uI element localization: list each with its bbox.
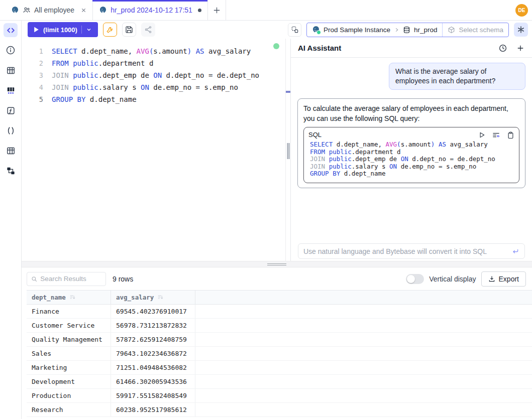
insert-lines-icon	[492, 131, 500, 139]
export-label: Export	[499, 275, 519, 283]
column-label: avg_salary	[116, 294, 154, 301]
avatar[interactable]: DE	[515, 4, 528, 17]
sidebar-item-table-data[interactable]	[4, 83, 18, 97]
table-row[interactable]: Sales79643.102234636872	[27, 347, 532, 361]
vertical-display-label: Vertical display	[429, 275, 476, 283]
new-conversation-button[interactable]	[516, 44, 525, 53]
table-cell[interactable]: 57872.625912408759	[111, 333, 195, 346]
table-cell[interactable]: Development	[27, 375, 111, 388]
horizontal-splitter[interactable]	[22, 261, 532, 267]
ai-assistant-button[interactable]	[514, 23, 528, 37]
ai-assistant-header: AI Assistant	[291, 39, 532, 58]
table-cell[interactable]: Customer Service	[27, 319, 111, 332]
table-cell-empty	[195, 347, 532, 360]
table-row[interactable]: Marketing71251.049484536082	[27, 361, 532, 375]
submit-prompt-button[interactable]	[511, 247, 519, 255]
splitter-tick	[286, 91, 290, 93]
new-tab-button[interactable]	[208, 0, 226, 20]
table-icon	[6, 66, 16, 75]
export-button[interactable]: Export	[481, 271, 526, 287]
search-results-input[interactable]	[40, 275, 101, 283]
database-icon	[403, 26, 410, 34]
connection-selector: Prod Sample Instance hr_prod Select sche…	[306, 23, 509, 37]
info-icon	[6, 45, 16, 55]
table-cell-empty	[195, 319, 532, 332]
sidebar-item-procedures[interactable]	[4, 123, 18, 137]
table-cell[interactable]: Research	[27, 403, 111, 416]
copy-code-button[interactable]	[507, 131, 514, 139]
table-cell[interactable]: 71251.049484536082	[111, 361, 195, 374]
save-icon	[125, 26, 133, 34]
table-row[interactable]: Development61466.302005943536	[27, 375, 532, 389]
ai-assistant-panel: AI Assistant What is the average salary …	[291, 39, 532, 261]
table-row[interactable]: Finance69545.402376910017	[27, 305, 532, 319]
table-cell[interactable]: Sales	[27, 347, 111, 360]
run-code-button[interactable]	[478, 131, 485, 138]
ai-response-bubble: To calculate the average salary of emplo…	[297, 98, 525, 188]
sql-editor[interactable]: 1SELECT d.dept_name, AVG(s.amount) AS av…	[22, 39, 285, 261]
sidebar-item-functions[interactable]	[4, 103, 18, 117]
table-row[interactable]: Research60238.952517985612	[27, 403, 532, 417]
play-outline-icon	[478, 131, 485, 138]
clipboard-icon	[507, 131, 514, 139]
shared-sheet-icon	[23, 6, 31, 14]
unsaved-dot-icon	[198, 9, 201, 12]
table-cell[interactable]: 61466.302005943536	[111, 375, 195, 388]
run-query-button[interactable]: (limit 1000)	[28, 22, 98, 37]
overlap-squares-icon	[291, 26, 299, 34]
history-button[interactable]	[498, 44, 507, 53]
table-cell[interactable]: Production	[27, 389, 111, 402]
ai-code-content[interactable]: SELECT d.dept_name, AVG(s.amount) AS avg…	[308, 141, 514, 178]
schema-selector[interactable]: Select schema	[443, 23, 508, 37]
editor-toolbar: (limit 1000) Prod Sample Instance hr_pro…	[22, 21, 532, 39]
table-cell[interactable]: 59917.551582408549	[111, 389, 195, 402]
search-icon	[31, 275, 37, 283]
splitter-drag-handle-icon[interactable]	[267, 261, 286, 267]
sidebar-item-tables[interactable]	[4, 63, 18, 77]
table-cell-empty	[195, 361, 532, 374]
tab-hr-prod[interactable]: hr_prod 2024-10-12 17:51	[93, 0, 208, 20]
table-cell[interactable]: Finance	[27, 305, 111, 318]
sidebar-item-sql-editor[interactable]	[4, 23, 18, 37]
column-header-dept-name[interactable]: dept_name	[27, 291, 111, 304]
insert-into-editor-button[interactable]	[492, 131, 500, 139]
table-cell[interactable]: 69545.402376910017	[111, 305, 195, 318]
vertical-display-toggle[interactable]	[406, 274, 424, 284]
format-sql-button[interactable]	[103, 23, 117, 37]
connection-status-dot-icon	[273, 43, 279, 49]
ai-conversation: What is the average salary of employees …	[291, 58, 532, 193]
table-row[interactable]: Quality Management57872.625912408759	[27, 333, 532, 347]
save-sheet-button[interactable]	[122, 23, 136, 37]
ai-response-text: To calculate the average salary of emplo…	[303, 104, 508, 122]
code-icon	[6, 26, 16, 35]
instance-name: Prod Sample Instance	[324, 26, 390, 34]
results-table: dept_name avg_salary Finance69545.402376…	[27, 290, 532, 417]
column-header-avg-salary[interactable]: avg_salary	[111, 291, 195, 304]
function-icon	[6, 106, 16, 115]
postgres-icon	[11, 6, 19, 14]
download-icon	[488, 275, 495, 283]
instance-database-selector[interactable]: Prod Sample Instance hr_prod	[307, 23, 442, 37]
sidebar-item-schema-diagram[interactable]	[4, 164, 18, 178]
splitter-drag-handle-icon[interactable]	[287, 143, 289, 159]
tab-all-employee[interactable]: All employee	[5, 0, 93, 20]
table-cell[interactable]: Quality Management	[27, 333, 111, 346]
table-cell-empty	[195, 305, 532, 318]
sidebar-item-info[interactable]	[4, 43, 18, 57]
cube-icon	[448, 26, 455, 34]
search-results-box	[27, 272, 106, 286]
ai-prompt-input[interactable]	[303, 247, 511, 255]
share-button[interactable]	[141, 23, 155, 37]
table-cell[interactable]: 79643.102234636872	[111, 347, 195, 360]
table-row[interactable]: Customer Service56978.731213872832	[27, 319, 532, 333]
table-row[interactable]: Production59917.551582408549	[27, 389, 532, 403]
table-cell[interactable]: 56978.731213872832	[111, 319, 195, 332]
sidebar-item-external-tables[interactable]	[4, 144, 18, 158]
table-cell[interactable]: 60238.952517985612	[111, 403, 195, 416]
table-body: Finance69545.402376910017Customer Servic…	[27, 305, 532, 417]
table-cell[interactable]: Marketing	[27, 361, 111, 374]
close-icon[interactable]	[81, 8, 86, 13]
sync-schema-button[interactable]	[288, 23, 301, 37]
clock-icon	[498, 44, 507, 53]
vertical-splitter[interactable]	[285, 39, 291, 261]
